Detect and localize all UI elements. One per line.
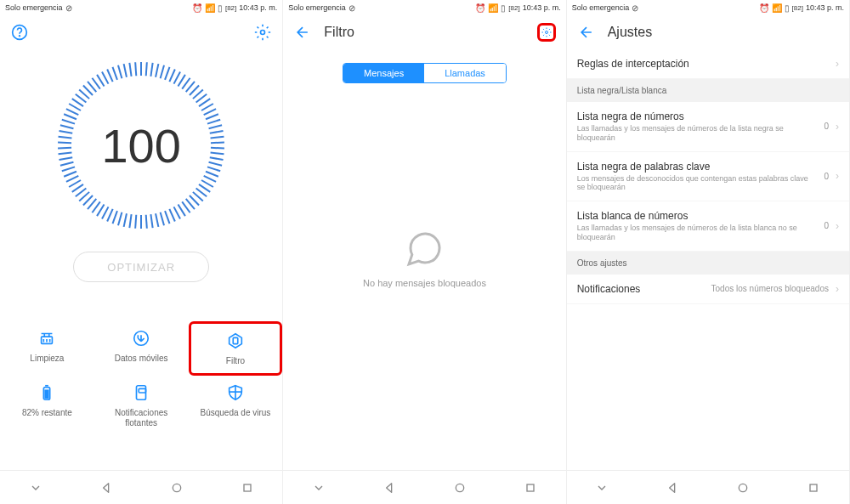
grid-data[interactable]: Datos móviles	[94, 321, 189, 376]
svg-line-78	[69, 104, 81, 110]
grid-battery[interactable]: 82% restante	[0, 376, 94, 435]
nav-home-icon[interactable]	[168, 479, 185, 496]
svg-line-75	[62, 120, 75, 124]
back-icon[interactable]	[293, 23, 312, 42]
svg-rect-106	[810, 484, 817, 491]
svg-line-5	[151, 63, 153, 76]
svg-line-51	[124, 213, 127, 227]
svg-line-54	[107, 209, 113, 222]
screen-phone-manager: Solo emergencia ⊘ ⏰ 📶 ▯ [82] 10:43 p. m.…	[0, 0, 283, 504]
wifi-icon: 📶	[488, 3, 498, 13]
gear-icon[interactable]	[537, 23, 556, 42]
grid-notifications[interactable]: Notificaciones flotantes	[94, 376, 189, 435]
row-title: Notificaciones	[577, 283, 705, 295]
no-sim-icon: ⊘	[65, 3, 72, 13]
nav-bar	[283, 470, 565, 504]
svg-line-26	[211, 148, 224, 149]
svg-line-45	[156, 213, 158, 227]
svg-line-23	[210, 131, 224, 133]
svg-line-42	[170, 209, 176, 222]
wifi-icon: 📶	[205, 3, 215, 13]
svg-point-102	[545, 31, 547, 34]
nav-recent-icon[interactable]	[239, 479, 256, 496]
nav-dropdown-icon[interactable]	[27, 479, 44, 496]
battery-icon: [82]	[225, 4, 236, 12]
grid-label: Limpieza	[30, 354, 64, 364]
nav-dropdown-icon[interactable]	[593, 479, 610, 496]
grid-filter[interactable]: Filtro	[189, 321, 283, 376]
row-subtitle: Las llamadas y los mensajes de números d…	[577, 224, 818, 242]
svg-line-88	[113, 67, 117, 80]
nav-recent-icon[interactable]	[522, 479, 539, 496]
gear-icon[interactable]	[253, 23, 272, 42]
row-whitelist-numbers[interactable]: Lista blanca de números Las llamadas y l…	[567, 201, 849, 252]
carrier-label: Solo emergencia	[288, 3, 346, 12]
app-bar: Filtro	[283, 15, 565, 49]
svg-line-20	[206, 114, 218, 119]
notification-icon	[131, 382, 151, 403]
svg-line-92	[135, 62, 136, 76]
nav-dropdown-icon[interactable]	[310, 479, 327, 496]
chevron-right-icon: ›	[836, 220, 839, 232]
svg-line-43	[165, 211, 169, 224]
row-blacklist-numbers[interactable]: Lista negra de números Las llamadas y lo…	[567, 102, 849, 152]
row-notifications[interactable]: Notificaciones Todos los números bloquea…	[567, 275, 849, 304]
svg-line-27	[211, 153, 224, 155]
nav-back-icon[interactable]	[664, 479, 681, 496]
svg-point-2	[261, 31, 265, 35]
signal-icon: ▯	[501, 3, 506, 13]
svg-point-105	[740, 484, 747, 491]
section-header-lists: Lista negra/Lista blanca	[567, 79, 849, 102]
back-icon[interactable]	[577, 23, 596, 42]
svg-line-87	[107, 69, 113, 82]
screen-filtro: Solo emergencia ⊘ ⏰ 📶 ▯ [82] 10:43 p. m.…	[283, 0, 566, 504]
svg-line-11	[178, 75, 185, 87]
svg-line-71	[58, 143, 71, 144]
help-icon[interactable]	[10, 23, 29, 42]
nav-recent-icon[interactable]	[805, 479, 822, 496]
svg-line-40	[178, 205, 185, 217]
svg-line-19	[204, 109, 216, 115]
no-sim-icon: ⊘	[632, 3, 638, 13]
svg-rect-104	[527, 484, 534, 491]
nav-bar	[567, 470, 849, 504]
alarm-icon: ⏰	[759, 3, 769, 13]
signal-icon: ▯	[218, 3, 223, 13]
row-title: Lista negra de números	[577, 110, 818, 122]
wifi-icon: 📶	[772, 3, 782, 13]
svg-line-65	[64, 172, 76, 177]
grid-virus[interactable]: Búsqueda de virus	[189, 376, 283, 435]
time-label: 10:43 p. m.	[239, 3, 277, 12]
svg-line-29	[209, 162, 223, 166]
svg-point-100	[173, 484, 180, 491]
svg-line-53	[113, 211, 117, 224]
optimize-button[interactable]: OPTIMIZAR	[73, 252, 209, 282]
svg-line-32	[204, 176, 216, 182]
screen-ajustes: Solo emergencia ⊘ ⏰ 📶 ▯ [82] 10:43 p. m.…	[567, 0, 850, 504]
chevron-right-icon: ›	[836, 283, 839, 295]
svg-line-18	[201, 104, 213, 110]
row-rules[interactable]: Reglas de interceptación ›	[567, 49, 849, 79]
nav-back-icon[interactable]	[381, 479, 398, 496]
nav-bar	[0, 470, 282, 504]
signal-icon: ▯	[785, 3, 790, 13]
svg-line-25	[211, 143, 224, 144]
svg-line-63	[69, 180, 81, 187]
svg-line-56	[97, 205, 104, 217]
row-blacklist-keywords[interactable]: Lista negra de palabras clave Los mensaj…	[567, 152, 849, 202]
chevron-right-icon: ›	[836, 170, 839, 182]
svg-line-24	[211, 137, 224, 139]
grid-label: Búsqueda de virus	[201, 408, 271, 418]
svg-line-64	[66, 176, 78, 182]
grid-label: 82% restante	[22, 408, 72, 418]
chevron-right-icon: ›	[836, 58, 839, 70]
grid-cleanup[interactable]: Limpieza	[0, 321, 94, 376]
svg-line-52	[118, 212, 122, 225]
nav-home-icon[interactable]	[734, 479, 751, 496]
svg-rect-101	[244, 484, 251, 491]
section-header-other: Otros ajustes	[567, 252, 849, 275]
svg-line-77	[66, 109, 78, 115]
row-count: 0	[824, 172, 829, 181]
nav-back-icon[interactable]	[98, 479, 115, 496]
nav-home-icon[interactable]	[451, 479, 468, 496]
